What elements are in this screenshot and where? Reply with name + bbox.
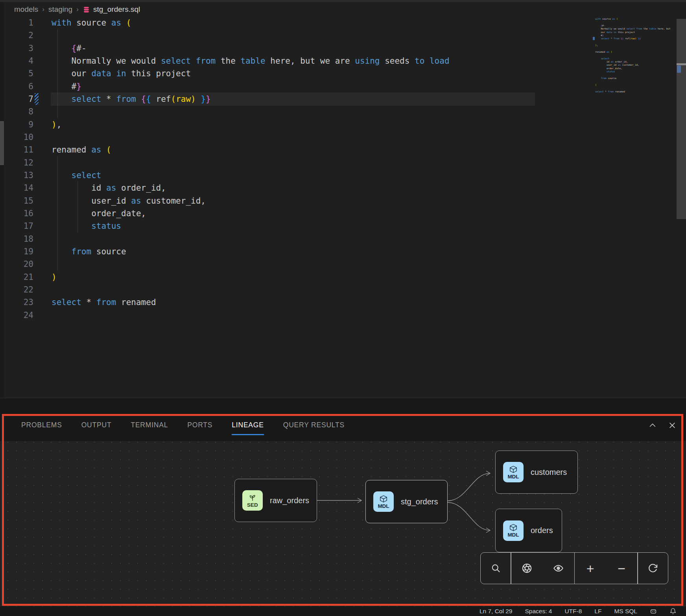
node-badge: MDL <box>503 520 524 541</box>
line-number[interactable]: 18 <box>0 234 33 244</box>
node-badge-label: MDL <box>507 532 519 538</box>
tab-problems[interactable]: PROBLEMS <box>21 421 62 435</box>
search-button[interactable] <box>487 559 505 577</box>
line-number[interactable]: 24 <box>0 311 33 320</box>
code-line[interactable]: 20 <box>0 258 686 270</box>
editor-scrollbar[interactable] <box>677 19 686 219</box>
code-line[interactable]: 5 our data in this project <box>0 67 686 80</box>
line-text: id as order_id, <box>33 183 166 193</box>
tab-ports[interactable]: PORTS <box>187 421 212 435</box>
breadcrumb-item-staging[interactable]: staging <box>48 5 72 14</box>
snapshot-button[interactable] <box>518 559 536 577</box>
lineage-node-customers[interactable]: MDL customers <box>495 451 578 494</box>
code-line[interactable]: 17 status <box>0 220 686 232</box>
database-icon <box>83 6 90 13</box>
code-line[interactable]: 9), <box>0 118 686 131</box>
lineage-node-raw_orders[interactable]: SED raw_orders <box>234 479 317 522</box>
lineage-node-stg_orders[interactable]: MDL stg_orders <box>365 480 448 523</box>
line-number[interactable]: 10 <box>0 132 33 142</box>
tab-lineage[interactable]: LINEAGE <box>232 421 264 435</box>
line-number[interactable]: 1 <box>0 18 33 28</box>
lineage-toolbar: + − <box>480 552 668 584</box>
code-line[interactable]: 21) <box>0 271 686 283</box>
code-line[interactable]: 13 select <box>0 169 686 182</box>
line-text: our data in this project <box>33 69 191 78</box>
zoom-out-button[interactable]: − <box>612 559 631 577</box>
minimap[interactable]: with source as ( {#- Normally we would s… <box>595 17 672 135</box>
code-line[interactable]: 15 user_id as customer_id, <box>0 195 686 207</box>
line-number[interactable]: 16 <box>0 209 33 218</box>
code-line[interactable]: 18 <box>0 233 686 245</box>
line-number[interactable]: 2 <box>0 31 33 40</box>
line-number[interactable]: 20 <box>0 259 33 269</box>
tab-output[interactable]: OUTPUT <box>81 421 112 435</box>
status-item-encoding[interactable]: UTF-8 <box>564 608 582 615</box>
lineage-node-orders[interactable]: MDL orders <box>495 509 562 552</box>
code-line[interactable]: 12 <box>0 156 686 169</box>
visibility-button[interactable] <box>550 559 568 577</box>
copilot-icon[interactable] <box>650 608 657 615</box>
line-number[interactable]: 9 <box>0 120 33 129</box>
close-icon[interactable] <box>668 421 677 430</box>
code-line[interactable]: 11renamed as ( <box>0 143 686 156</box>
code-line[interactable]: 23select * from renamed <box>0 296 686 309</box>
code-line[interactable]: 16 order_date, <box>0 207 686 220</box>
code-line[interactable]: 24 <box>0 309 686 322</box>
code-line[interactable]: 2 <box>0 29 686 42</box>
line-number[interactable]: 23 <box>0 298 33 307</box>
code-line[interactable]: 1with source as ( <box>0 17 686 29</box>
line-number[interactable]: 13 <box>0 171 33 180</box>
minus-icon: − <box>618 562 625 575</box>
line-number[interactable]: 5 <box>0 69 33 78</box>
line-number[interactable]: 14 <box>0 183 33 193</box>
code-line[interactable]: 8 <box>0 105 686 118</box>
line-number[interactable]: 22 <box>0 285 33 294</box>
node-label: stg_orders <box>401 497 438 506</box>
line-number[interactable]: 17 <box>0 221 33 231</box>
code-line[interactable]: 3 {#- <box>0 42 686 55</box>
status-item-indentation[interactable]: Spaces: 4 <box>525 608 552 615</box>
cube-icon <box>509 465 518 474</box>
code-line[interactable]: 7 select * from {{ ref(raw) }} <box>0 93 686 105</box>
status-item-cursor-position[interactable]: Ln 7, Col 29 <box>479 608 513 615</box>
status-item-language-mode[interactable]: MS SQL <box>614 608 637 615</box>
refresh-button[interactable] <box>644 559 662 577</box>
line-number[interactable]: 7 <box>0 94 33 104</box>
breadcrumb-file[interactable]: stg_orders.sql <box>83 5 140 14</box>
line-number[interactable]: 11 <box>0 145 33 154</box>
code-line[interactable]: 10 <box>0 131 686 143</box>
bell-icon[interactable] <box>669 608 677 615</box>
line-number[interactable]: 8 <box>0 107 33 116</box>
code-line[interactable]: 14 id as order_id, <box>0 182 686 194</box>
lineage-canvas[interactable]: SED raw_orders MDL stg_orders MDL custom… <box>0 441 686 607</box>
node-label: customers <box>531 468 567 477</box>
tab-terminal[interactable]: TERMINAL <box>131 421 168 435</box>
editor-tab-edge <box>0 0 686 2</box>
line-number[interactable]: 15 <box>0 196 33 206</box>
code-line[interactable]: 19 from source <box>0 245 686 258</box>
line-number[interactable]: 6 <box>0 82 33 91</box>
seedling-icon <box>248 493 257 502</box>
tab-query-results[interactable]: QUERY RESULTS <box>283 421 345 435</box>
code-line[interactable]: 22 <box>0 283 686 296</box>
node-badge-label: MDL <box>378 503 389 509</box>
line-text: with source as ( <box>33 18 131 28</box>
line-number[interactable]: 12 <box>0 158 33 167</box>
chevron-up-icon[interactable] <box>648 421 657 430</box>
code-line[interactable]: 4 Normally we would select from the tabl… <box>0 55 686 67</box>
status-item-eol[interactable]: LF <box>594 608 601 615</box>
line-number[interactable]: 3 <box>0 44 33 53</box>
line-text: user_id as customer_id, <box>33 196 206 206</box>
cube-icon <box>379 495 388 503</box>
code-line[interactable]: 6 #} <box>0 80 686 93</box>
scrollbar-band <box>677 63 686 65</box>
aperture-icon <box>522 563 532 574</box>
overview-ruler-modified-mark <box>677 66 681 73</box>
breadcrumb-item-models[interactable]: models <box>14 5 38 14</box>
zoom-in-button[interactable]: + <box>581 559 599 577</box>
line-number[interactable]: 21 <box>0 272 33 282</box>
line-number[interactable]: 4 <box>0 56 33 66</box>
line-number[interactable]: 19 <box>0 247 33 256</box>
code-editor[interactable]: 1with source as ( 2 3 {#- 4 Normally we … <box>0 17 686 322</box>
node-badge: MDL <box>373 491 394 512</box>
